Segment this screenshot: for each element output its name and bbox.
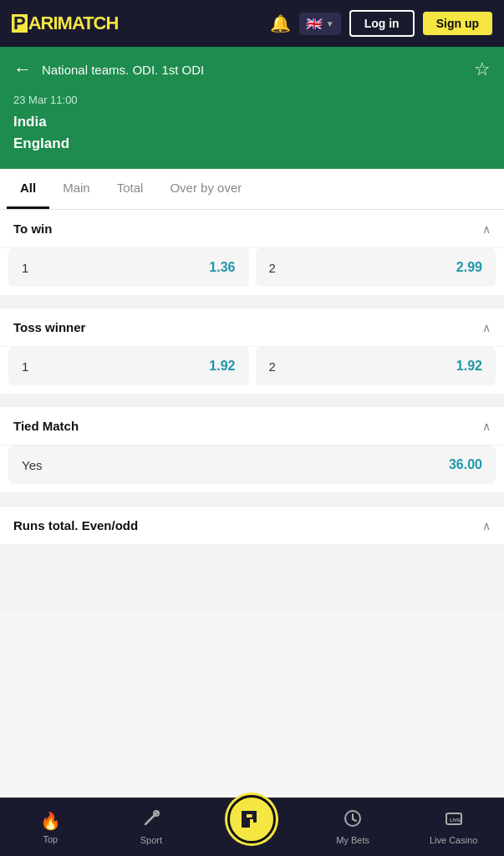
chevron-down-icon: ▼ (326, 19, 334, 28)
match-title: National teams. ODI. 1st ODI (42, 63, 464, 77)
tied-match-value-yes: 36.00 (449, 457, 482, 472)
svg-line-0 (145, 813, 157, 824)
svg-text:LIVE: LIVE (450, 818, 461, 823)
runs-total-collapse-icon: ∧ (482, 519, 491, 532)
sport-icon (142, 809, 160, 832)
to-win-value-2: 2.99 (456, 260, 482, 275)
betting-content: To win ∧ 1 1.36 2 2.99 Toss winner ∧ 1 1… (0, 210, 504, 611)
nav-label-my-bets: My Bets (336, 835, 369, 845)
app-header: P ARIMATCH 🔔 🇬🇧 ▼ Log in Sign up (0, 0, 504, 47)
runs-total-title: Runs total. Even/odd (13, 518, 138, 532)
toss-winner-label-1: 1 (22, 359, 28, 374)
tied-match-odds-yes[interactable]: Yes 36.00 (8, 446, 496, 484)
header-actions: 🔔 🇬🇧 ▼ Log in Sign up (270, 10, 492, 37)
tied-match-title: Tied Match (13, 419, 79, 433)
nav-center-parimatch[interactable] (201, 803, 303, 852)
tab-all[interactable]: All (7, 169, 49, 209)
to-win-odds-2[interactable]: 2 2.99 (256, 248, 496, 287)
toss-winner-odds-2[interactable]: 2 1.92 (256, 347, 496, 385)
to-win-label-1: 1 (22, 261, 28, 275)
toss-winner-header[interactable]: Toss winner ∧ (0, 308, 504, 347)
to-win-collapse-icon: ∧ (482, 222, 491, 236)
nav-label-top: Top (43, 834, 58, 844)
toss-winner-title: Toss winner (13, 320, 85, 334)
logo: P ARIMATCH (12, 14, 118, 33)
notification-bell-icon[interactable]: 🔔 (270, 13, 291, 33)
to-win-header[interactable]: To win ∧ (0, 210, 504, 248)
match-nav-bar: ← National teams. ODI. 1st ODI ☆ (0, 47, 504, 89)
match-info: 23 Mar 11:00 India England (0, 89, 504, 169)
svg-line-9 (353, 819, 356, 821)
language-selector[interactable]: 🇬🇧 ▼ (299, 13, 341, 35)
flag-icon: 🇬🇧 (306, 16, 323, 32)
tied-match-header[interactable]: Tied Match ∧ (0, 407, 504, 446)
parimatch-logo-icon (240, 808, 263, 831)
parimatch-center-button[interactable] (227, 795, 276, 843)
nav-label-sport: Sport (140, 835, 162, 845)
tab-total[interactable]: Total (104, 169, 157, 209)
nav-item-sport[interactable]: Sport (101, 809, 202, 845)
toss-winner-odds-1[interactable]: 1 1.92 (8, 347, 249, 385)
to-win-odds-row: 1 1.36 2 2.99 (0, 248, 504, 295)
tied-match-collapse-icon: ∧ (482, 420, 491, 433)
toss-winner-value-1: 1.92 (209, 359, 235, 374)
toss-winner-odds-row: 1 1.92 2 1.92 (0, 347, 504, 394)
flame-icon: 🔥 (40, 811, 61, 831)
toss-winner-collapse-icon: ∧ (482, 321, 491, 334)
toss-winner-section: Toss winner ∧ 1 1.92 2 1.92 (0, 308, 504, 394)
tied-match-odds-single: Yes 36.00 (0, 446, 504, 492)
match-header: ← National teams. ODI. 1st ODI ☆ 23 Mar … (0, 47, 504, 169)
tab-over-by-over[interactable]: Over by over (156, 169, 255, 209)
runs-total-section[interactable]: Runs total. Even/odd ∧ (0, 506, 504, 544)
svg-rect-6 (244, 813, 247, 826)
toss-winner-value-2: 1.92 (456, 359, 482, 374)
live-casino-icon: LIVE (445, 809, 463, 832)
betting-tabs: All Main Total Over by over (0, 169, 504, 210)
match-datetime: 23 Mar 11:00 (13, 94, 491, 106)
team1-name: India (13, 111, 491, 133)
nav-item-live-casino[interactable]: LIVE Live Casino (403, 809, 504, 845)
tab-main[interactable]: Main (49, 169, 104, 209)
to-win-title: To win (13, 222, 52, 236)
signup-button[interactable]: Sign up (423, 12, 492, 35)
nav-item-my-bets[interactable]: My Bets (303, 809, 404, 845)
tied-match-label-yes: Yes (22, 458, 42, 472)
nav-item-top[interactable]: 🔥 Top (0, 811, 101, 844)
to-win-value-1: 1.36 (209, 260, 235, 275)
to-win-label-2: 2 (269, 261, 276, 275)
bottom-navigation: 🔥 Top Sport (0, 797, 504, 856)
team2-name: England (13, 133, 491, 155)
clock-icon (344, 809, 362, 832)
logo-text: ARIMATCH (28, 14, 119, 33)
favorite-star-icon[interactable]: ☆ (474, 59, 491, 80)
login-button[interactable]: Log in (349, 10, 415, 37)
logo-p-letter: P (12, 14, 28, 33)
to-win-odds-1[interactable]: 1 1.36 (8, 248, 249, 287)
tied-match-section: Tied Match ∧ Yes 36.00 (0, 407, 504, 492)
toss-winner-label-2: 2 (269, 359, 276, 374)
to-win-section: To win ∧ 1 1.36 2 2.99 (0, 210, 504, 295)
back-button[interactable]: ← (13, 59, 32, 80)
nav-label-live-casino: Live Casino (430, 835, 477, 845)
